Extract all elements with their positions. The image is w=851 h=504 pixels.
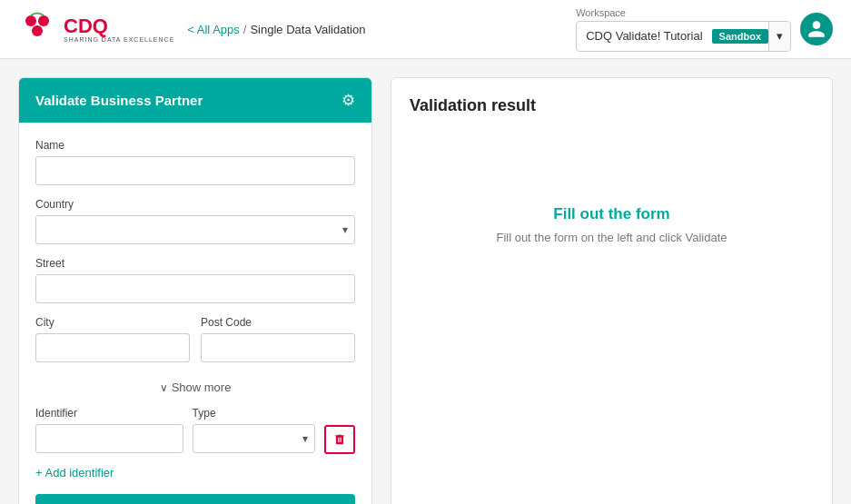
avatar[interactable]	[800, 13, 833, 45]
add-identifier-link[interactable]: + Add identifier	[35, 466, 114, 479]
name-field-group: Name	[35, 139, 355, 185]
city-label: City	[35, 316, 190, 329]
workspace-name: CDQ Validate! Tutorial	[577, 29, 711, 43]
workspace-badge: Sandbox	[712, 29, 768, 44]
country-select[interactable]	[35, 215, 355, 244]
trash-icon	[333, 433, 346, 446]
panel-body: Name Country ▾ Street	[19, 123, 371, 504]
street-field-group: Street	[35, 257, 355, 303]
svg-point-2	[32, 25, 43, 36]
logo-subtitle: SHARING DATA EXCELLENCE	[64, 36, 174, 43]
postcode-input[interactable]	[201, 333, 355, 362]
country-label: Country	[35, 198, 355, 211]
panel-title: Validate Business Partner	[35, 93, 203, 108]
identifier-row: Identifier Type ▾	[35, 407, 355, 466]
country-select-wrapper: ▾	[35, 215, 355, 244]
workspace-dropdown-arrow: ▾	[777, 29, 783, 43]
show-more-chevron: ∨	[160, 381, 168, 394]
main-content: Validate Business Partner ⚙ Name Country…	[0, 59, 851, 504]
show-more-label: Show more	[172, 380, 232, 394]
type-field-group: Type ▾	[193, 407, 315, 453]
breadcrumb-back-link[interactable]: < All Apps	[187, 23, 239, 36]
svg-point-0	[25, 15, 36, 26]
result-empty-title: Fill out the form	[553, 205, 669, 223]
postcode-label: Post Code	[201, 316, 355, 329]
validate-button[interactable]: Validate	[35, 494, 355, 504]
identifier-input[interactable]	[35, 424, 183, 453]
header: CDQ SHARING DATA EXCELLENCE < All Apps /…	[0, 0, 851, 59]
delete-identifier-button[interactable]	[324, 425, 355, 454]
name-input[interactable]	[35, 156, 355, 185]
header-left: CDQ SHARING DATA EXCELLENCE < All Apps /…	[18, 9, 365, 49]
logo-cdq-text: CDQ	[64, 16, 174, 36]
gear-icon[interactable]: ⚙	[341, 91, 355, 110]
city-field-group: City	[35, 316, 190, 362]
country-field-group: Country ▾	[35, 198, 355, 244]
right-panel: Validation result Fill out the form Fill…	[391, 77, 833, 504]
identifier-label: Identifier	[35, 407, 183, 420]
city-input[interactable]	[35, 333, 190, 362]
logo-icon	[18, 9, 58, 49]
workspace-dropdown-button[interactable]: ▾	[768, 22, 790, 51]
avatar-icon	[806, 19, 826, 39]
workspace-container: Workspace CDQ Validate! Tutorial Sandbox…	[576, 7, 791, 52]
logo: CDQ SHARING DATA EXCELLENCE	[18, 9, 174, 49]
street-label: Street	[35, 257, 355, 270]
svg-point-1	[38, 15, 49, 26]
show-more-toggle[interactable]: ∨ Show more	[35, 380, 355, 394]
postcode-field-group: Post Code	[201, 316, 355, 362]
breadcrumb-separator: /	[243, 23, 247, 36]
panel-header: Validate Business Partner ⚙	[19, 78, 371, 123]
street-input[interactable]	[35, 274, 355, 303]
type-select-wrapper: ▾	[193, 424, 315, 453]
workspace-selector[interactable]: CDQ Validate! Tutorial Sandbox ▾	[576, 21, 791, 52]
result-empty-subtitle: Fill out the form on the left and click …	[496, 231, 727, 244]
breadcrumb-current-page: Single Data Validation	[250, 23, 365, 36]
identifier-field-group: Identifier	[35, 407, 183, 453]
name-label: Name	[35, 139, 355, 152]
left-panel: Validate Business Partner ⚙ Name Country…	[18, 77, 372, 504]
workspace-label: Workspace	[576, 7, 791, 18]
result-empty-state: Fill out the form Fill out the form on t…	[410, 143, 814, 306]
type-select[interactable]	[193, 424, 315, 453]
result-title: Validation result	[410, 96, 814, 115]
header-right: Workspace CDQ Validate! Tutorial Sandbox…	[576, 7, 833, 52]
breadcrumb: < All Apps / Single Data Validation	[187, 23, 365, 36]
city-postcode-row: City Post Code	[35, 316, 355, 375]
logo-text: CDQ SHARING DATA EXCELLENCE	[64, 16, 174, 43]
type-label: Type	[193, 407, 315, 420]
